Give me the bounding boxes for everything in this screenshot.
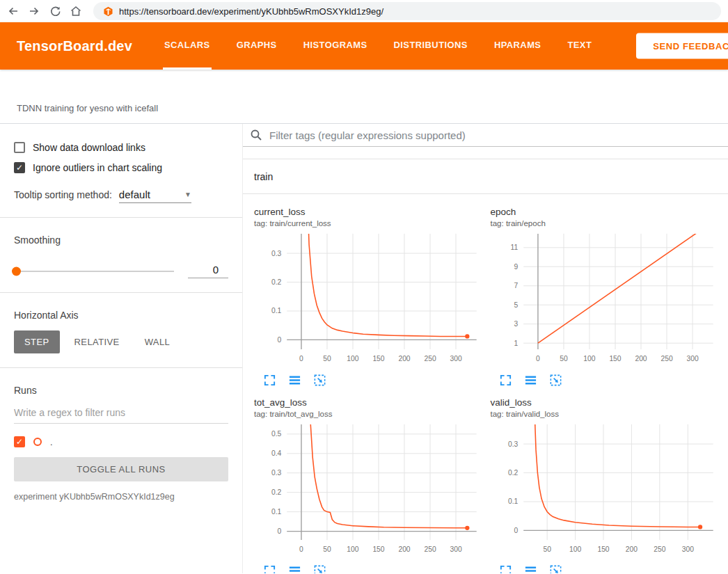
svg-text:50: 50 <box>323 545 331 552</box>
svg-text:0.2: 0.2 <box>271 488 282 496</box>
brand-logo[interactable]: TensorBoard.dev <box>17 38 132 54</box>
chart-title: epoch <box>491 207 720 217</box>
tab-scalars[interactable]: SCALARS <box>163 22 212 70</box>
section-train-header[interactable]: train <box>243 159 728 194</box>
run-checkbox[interactable] <box>14 436 25 447</box>
forward-arrow-icon[interactable] <box>28 5 40 17</box>
svg-text:250: 250 <box>660 355 672 362</box>
svg-text:300: 300 <box>450 545 461 552</box>
chart-plot[interactable]: 05010015020025030000.10.20.30.40.5 <box>254 420 484 561</box>
svg-text:5: 5 <box>514 301 518 309</box>
tooltip-sorting-value: default <box>119 189 150 200</box>
horizontal-axis-buttons: STEP RELATIVE WALL <box>14 330 228 353</box>
chart-card: tot_avg_losstag: train/tot_avg_loss05010… <box>254 397 484 573</box>
svg-text:250: 250 <box>654 545 665 552</box>
svg-text:0.1: 0.1 <box>271 508 282 516</box>
tooltip-sorting-label: Tooltip sorting method: <box>14 189 112 200</box>
expand-icon[interactable] <box>499 374 513 388</box>
tensorboard-favicon <box>103 6 113 17</box>
chart-title: tot_avg_loss <box>254 397 484 408</box>
tab-distributions[interactable]: DISTRIBUTIONS <box>393 22 469 70</box>
send-feedback-button[interactable]: SEND FEEDBACK <box>636 33 728 59</box>
chart-tag: tag: train/current_loss <box>254 219 484 228</box>
toggle-all-runs-button[interactable]: TOGGLE ALL RUNS <box>14 457 228 481</box>
svg-text:250: 250 <box>424 355 436 362</box>
tags-area: train current_losstag: train/current_los… <box>243 147 728 573</box>
tab-hparams[interactable]: HPARAMS <box>493 22 543 70</box>
svg-text:50: 50 <box>323 355 331 362</box>
fit-domain-icon[interactable] <box>549 564 563 573</box>
axis-relative-button[interactable]: RELATIVE <box>64 330 130 353</box>
experiment-caption: experiment yKUbhb5wRmOSXYkId1z9eg <box>14 492 228 502</box>
expand-icon[interactable] <box>262 564 276 573</box>
show-download-checkbox[interactable] <box>14 142 25 153</box>
runs-filter-input[interactable] <box>14 404 228 424</box>
lines-icon[interactable] <box>524 374 538 388</box>
chart-tag: tag: train/valid_loss <box>491 410 720 418</box>
fit-domain-icon[interactable] <box>312 374 326 388</box>
svg-text:0.3: 0.3 <box>508 440 519 447</box>
filter-tags-input[interactable] <box>269 129 728 141</box>
svg-text:200: 200 <box>398 545 410 552</box>
home-icon[interactable] <box>70 5 82 17</box>
svg-text:150: 150 <box>597 545 609 552</box>
divider <box>0 217 242 218</box>
svg-text:0: 0 <box>536 355 540 362</box>
svg-text:300: 300 <box>686 355 698 362</box>
chart-tag: tag: train/tot_avg_loss <box>254 410 484 418</box>
experiment-subtitle: TDNN training for yesno with icefall <box>17 103 158 113</box>
smoothing-slider-thumb[interactable] <box>12 266 21 276</box>
svg-text:100: 100 <box>347 355 358 362</box>
smoothing-label: Smoothing <box>14 234 228 246</box>
horizontal-axis-label: Horizontal Axis <box>14 310 228 321</box>
chart-title: current_loss <box>254 207 484 217</box>
chart-toolbar <box>491 370 720 388</box>
chart-card: epochtag: train/epoch0501001502002503001… <box>491 207 720 388</box>
axis-wall-button[interactable]: WALL <box>134 330 181 353</box>
tab-histograms[interactable]: HISTOGRAMS <box>302 22 369 70</box>
chevron-down-icon: ▼ <box>184 191 191 198</box>
reload-icon[interactable] <box>49 5 61 17</box>
svg-text:1: 1 <box>514 340 518 347</box>
svg-text:7: 7 <box>514 282 518 289</box>
svg-text:0: 0 <box>299 545 303 552</box>
axis-step-button[interactable]: STEP <box>14 330 60 353</box>
svg-text:100: 100 <box>569 545 580 552</box>
svg-text:50: 50 <box>560 355 568 362</box>
section-train: train current_losstag: train/current_los… <box>243 159 728 573</box>
section-title: train <box>254 171 273 182</box>
smoothing-slider[interactable] <box>14 271 174 272</box>
run-color-swatch <box>33 438 42 446</box>
svg-text:0: 0 <box>299 355 303 362</box>
lines-icon[interactable] <box>287 374 301 388</box>
tab-text[interactable]: TEXT <box>566 22 593 70</box>
chart-plot[interactable]: 05010015020025030000.10.20.3 <box>254 230 484 370</box>
lines-icon[interactable] <box>524 564 538 573</box>
svg-text:300: 300 <box>681 545 693 552</box>
ignore-outliers-checkbox[interactable] <box>14 162 25 173</box>
chart-card: valid_losstag: train/valid_loss501001502… <box>491 397 720 573</box>
svg-text:0: 0 <box>514 527 518 534</box>
chart-plot[interactable]: 5010015020025030000.10.20.3 <box>491 420 720 561</box>
svg-text:150: 150 <box>372 545 384 552</box>
search-icon <box>250 129 262 141</box>
expand-icon[interactable] <box>262 374 276 388</box>
tensorboard-header: TensorBoard.dev SCALARS GRAPHS HISTOGRAM… <box>0 22 728 70</box>
svg-text:3: 3 <box>514 320 518 328</box>
back-arrow-icon[interactable] <box>7 5 19 17</box>
fit-domain-icon[interactable] <box>312 564 326 573</box>
divider <box>0 367 242 368</box>
svg-text:50: 50 <box>543 545 551 552</box>
lines-icon[interactable] <box>287 564 301 573</box>
chart-toolbar <box>491 560 720 573</box>
main-content: train current_losstag: train/current_los… <box>243 124 728 573</box>
address-bar[interactable]: https://tensorboard.dev/experiment/yKUbh… <box>93 2 721 20</box>
expand-icon[interactable] <box>499 564 513 573</box>
url-text: https://tensorboard.dev/experiment/yKUbh… <box>119 6 383 17</box>
smoothing-value[interactable]: 0 <box>188 264 228 278</box>
tab-graphs[interactable]: GRAPHS <box>235 22 278 70</box>
chart-plot[interactable]: 0501001502002503001357911 <box>491 230 720 370</box>
fit-domain-icon[interactable] <box>549 374 563 388</box>
chart-toolbar <box>254 560 484 573</box>
tooltip-sorting-select[interactable]: default ▼ <box>119 189 191 203</box>
